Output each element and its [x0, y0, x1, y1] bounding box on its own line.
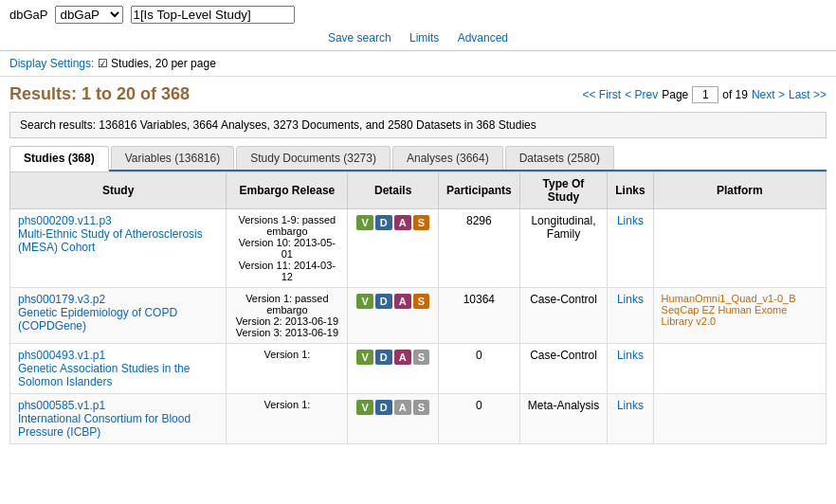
study-id-link[interactable]: phs000493.v1.p1 [18, 349, 105, 362]
table-row-platform [653, 394, 826, 444]
of-pages: of 19 [722, 88, 748, 101]
search-input[interactable] [131, 6, 295, 24]
advanced-link[interactable]: Advanced [458, 31, 508, 45]
badge-s[interactable]: S [413, 350, 429, 365]
page-label: Page [662, 88, 688, 101]
display-settings-icon[interactable]: ☑ [98, 57, 108, 70]
study-name-link[interactable]: Genetic Epidemiology of COPD (COPDGene) [18, 306, 177, 333]
database-select[interactable]: dbGaP PubMed Gene [55, 6, 123, 24]
col-links: Links [608, 172, 653, 209]
table-row-details: VDAS [348, 344, 439, 394]
table-row-type: Case-Control [519, 344, 608, 394]
table-row-embargo: Version 1: [227, 344, 348, 394]
table-row-participants: 0 [438, 344, 519, 394]
table-row-details: VDAS [348, 209, 439, 288]
save-search-link[interactable]: Save search [328, 31, 391, 45]
table-row-links: Links [608, 288, 653, 344]
badge-v[interactable]: V [356, 294, 373, 309]
study-name-link[interactable]: International Consortium for Blood Press… [18, 412, 191, 439]
tab-datasets[interactable]: Datasets (2580) [505, 146, 614, 170]
study-id-link[interactable]: phs000585.v1.p1 [18, 399, 105, 412]
table-row-links: Links [608, 394, 653, 444]
table-row-embargo: Version 1: passed embargoVersion 2: 2013… [227, 288, 348, 344]
limits-link[interactable]: Limits [409, 31, 439, 45]
badge-d[interactable]: D [375, 215, 392, 230]
badge-v[interactable]: V [356, 400, 373, 415]
badge-a[interactable]: A [394, 400, 411, 415]
page-input[interactable] [692, 86, 718, 103]
results-count: Results: 1 to 20 of 368 [9, 84, 190, 104]
table-row-study: phs000179.v3.p2Genetic Epidemiology of C… [10, 288, 227, 344]
table-row-participants: 0 [438, 394, 519, 444]
prev-page-link[interactable]: < Prev [625, 88, 658, 101]
display-settings-value: Studies, 20 per page [111, 57, 216, 70]
table-row-platform: HumanOmni1_Quad_v1-0_BSeqCap EZ Human Ex… [653, 288, 826, 344]
tab-variables[interactable]: Variables (136816) [111, 146, 235, 170]
badge-s[interactable]: S [413, 215, 429, 230]
table-row-type: Meta-Analysis [519, 394, 608, 444]
study-id-link[interactable]: phs000209.v11.p3 [18, 214, 112, 227]
col-study: Study [10, 172, 227, 209]
study-name-link[interactable]: Genetic Association Studies in the Solom… [18, 362, 190, 388]
table-row-embargo: Version 1: [227, 394, 348, 444]
table-row-links: Links [608, 344, 653, 394]
first-page-link[interactable]: << First [583, 88, 622, 101]
badge-s[interactable]: S [413, 294, 429, 309]
badge-d[interactable]: D [375, 294, 392, 309]
study-id-link[interactable]: phs000179.v3.p2 [18, 293, 105, 306]
app-logo: dbGaP [9, 8, 47, 22]
display-settings-link[interactable]: Display Settings: [9, 57, 94, 70]
badge-s[interactable]: S [413, 400, 429, 415]
table-row-details: VDAS [348, 394, 439, 444]
table-row-study: phs000209.v11.p3Multi-Ethnic Study of At… [10, 209, 227, 288]
search-summary: Search results: 136816 Variables, 3664 A… [9, 112, 827, 138]
table-row-type: Longitudinal,Family [519, 209, 608, 288]
col-details: Details [348, 172, 439, 209]
tab-study-documents[interactable]: Study Documents (3273) [236, 146, 391, 170]
links-link[interactable]: Links [617, 214, 644, 227]
last-page-link[interactable]: Last >> [789, 88, 827, 101]
table-row-embargo: Versions 1-9: passed embargoVersion 10: … [227, 209, 348, 288]
table-row-participants: 10364 [438, 288, 519, 344]
table-row-participants: 8296 [438, 209, 519, 288]
col-type: Type Of Study [519, 172, 608, 209]
col-embargo: Embargo Release [227, 172, 348, 209]
col-platform: Platform [653, 172, 826, 209]
table-row-links: Links [608, 209, 653, 288]
table-row-platform [653, 344, 826, 394]
tab-studies[interactable]: Studies (368) [9, 146, 109, 171]
study-name-link[interactable]: Multi-Ethnic Study of Atherosclerosis (M… [18, 227, 203, 254]
table-row-study: phs000493.v1.p1Genetic Association Studi… [10, 344, 227, 394]
badge-a[interactable]: A [394, 215, 411, 230]
next-page-link[interactable]: Next > [752, 88, 785, 101]
badge-a[interactable]: A [394, 294, 411, 309]
col-participants: Participants [438, 172, 519, 209]
table-row-type: Case-Control [519, 288, 608, 344]
table-row-study: phs000585.v1.p1International Consortium … [10, 394, 227, 444]
links-link[interactable]: Links [617, 349, 644, 362]
tab-analyses[interactable]: Analyses (3664) [392, 146, 503, 170]
badge-d[interactable]: D [375, 400, 392, 415]
badge-v[interactable]: V [356, 215, 373, 230]
badge-d[interactable]: D [375, 350, 392, 365]
badge-v[interactable]: V [356, 350, 373, 365]
badge-a[interactable]: A [394, 350, 411, 365]
links-link[interactable]: Links [617, 293, 644, 306]
links-link[interactable]: Links [617, 399, 644, 412]
table-row-platform [653, 209, 826, 288]
table-row-details: VDAS [348, 288, 439, 344]
